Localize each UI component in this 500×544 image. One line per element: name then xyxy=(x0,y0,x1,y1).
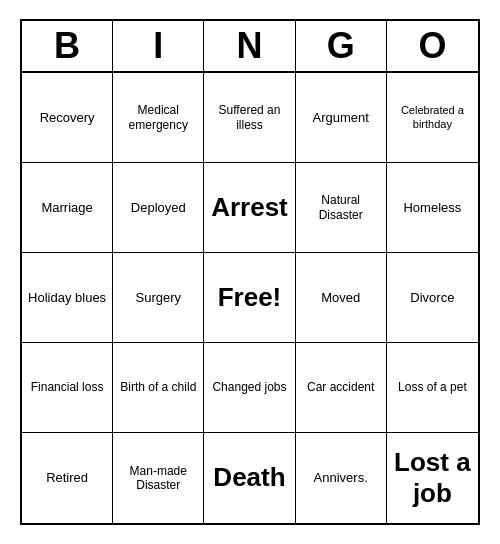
header-letter: N xyxy=(204,21,295,71)
bingo-cell: Financial loss xyxy=(22,343,113,433)
bingo-cell: Lost a job xyxy=(387,433,478,523)
header-letter: B xyxy=(22,21,113,71)
header-letter: G xyxy=(296,21,387,71)
bingo-cell: Car accident xyxy=(296,343,387,433)
bingo-cell: Divorce xyxy=(387,253,478,343)
bingo-header: BINGO xyxy=(22,21,478,73)
bingo-cell: Homeless xyxy=(387,163,478,253)
bingo-cell: Natural Disaster xyxy=(296,163,387,253)
bingo-cell: Marriage xyxy=(22,163,113,253)
bingo-cell: Surgery xyxy=(113,253,204,343)
bingo-cell: Loss of a pet xyxy=(387,343,478,433)
bingo-cell: Retired xyxy=(22,433,113,523)
bingo-cell: Recovery xyxy=(22,73,113,163)
bingo-cell: Arrest xyxy=(204,163,295,253)
bingo-cell: Suffered an illess xyxy=(204,73,295,163)
bingo-card: BINGO RecoveryMedical emergencySuffered … xyxy=(20,19,480,525)
bingo-cell: Holiday blues xyxy=(22,253,113,343)
bingo-cell: Birth of a child xyxy=(113,343,204,433)
bingo-grid: RecoveryMedical emergencySuffered an ill… xyxy=(22,73,478,523)
bingo-cell: Free! xyxy=(204,253,295,343)
header-letter: O xyxy=(387,21,478,71)
bingo-cell: Medical emergency xyxy=(113,73,204,163)
bingo-cell: Annivers. xyxy=(296,433,387,523)
bingo-cell: Deployed xyxy=(113,163,204,253)
bingo-cell: Moved xyxy=(296,253,387,343)
bingo-cell: Changed jobs xyxy=(204,343,295,433)
bingo-cell: Death xyxy=(204,433,295,523)
header-letter: I xyxy=(113,21,204,71)
bingo-cell: Man-made Disaster xyxy=(113,433,204,523)
bingo-cell: Argument xyxy=(296,73,387,163)
bingo-cell: Celebrated a birthday xyxy=(387,73,478,163)
